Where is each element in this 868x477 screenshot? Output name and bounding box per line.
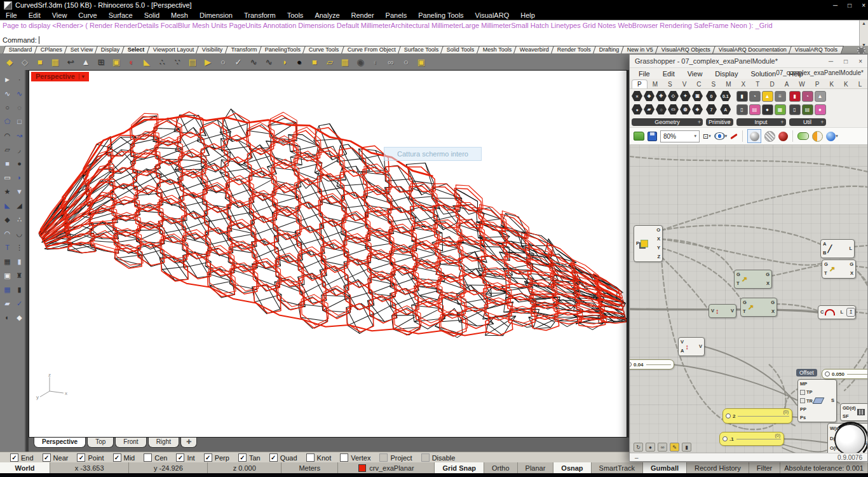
geometry-component-icon[interactable]: ▭ [668,104,679,114]
osnap-cen[interactable]: Cen [144,453,167,462]
viewport-dropdown-icon[interactable]: ▾ [79,74,85,80]
grasshopper-canvas[interactable]: ↻●∞✎▮ POXYZGT↗GXGT↗GXV↕VVA↕VAB╱LGT↗GXCL↥… [630,145,867,453]
toolbar-tab-viewport-layout[interactable]: Viewport Layout [147,46,200,53]
geometry-component-icon[interactable]: ● [632,104,642,114]
output-port-X[interactable]: X [850,271,853,276]
osnap-point-checkbox[interactable]: ✓ [77,453,85,462]
undo-icon[interactable]: ↩ [64,55,78,69]
primitive-component-icon[interactable]: A [720,104,731,114]
gh-tab-15-l[interactable]: L [853,80,867,88]
scroll-up-icon[interactable]: ▲ [862,21,866,25]
gh-menu-file[interactable]: File [632,70,656,78]
save-file-icon[interactable] [648,132,657,141]
rectangle-icon[interactable]: □ [13,114,25,128]
geometry-component-icon[interactable]: ◈ [692,104,703,114]
sphere-shade-icon[interactable]: ◐ [1,310,13,324]
output-port-Z[interactable]: Z [657,254,660,259]
osnap-knot[interactable]: Knot [306,453,332,462]
osnap-perp[interactable]: ✓Perp [204,453,229,462]
input-component-icon[interactable]: ▲ [762,91,773,102]
osnap-end-checkbox[interactable]: ✓ [10,453,18,462]
output-port-Y[interactable]: Y [657,245,660,251]
preview-eye-icon[interactable]: ▾ [714,132,728,140]
util-component-icon[interactable]: ▯ [789,104,801,115]
box-shade-icon[interactable]: ▣ [109,55,123,69]
notes-icon[interactable]: ▣ [414,55,428,69]
solver-capsule-icon[interactable] [797,132,809,140]
zoom-level-select[interactable]: 80%▾ [660,130,700,142]
boolean-union-icon[interactable]: ◆ [1,212,13,226]
gh-node-line[interactable]: AB╱L [820,239,855,258]
control-point-curve-icon[interactable]: ∿ [1,86,13,100]
point-icon[interactable]: · [13,73,25,86]
toolbar-tab-transform[interactable]: Transform [225,46,264,53]
toggle-filter[interactable]: Filter [749,462,780,473]
point-scatter-icon[interactable]: ∵ [170,55,184,69]
osnap-int[interactable]: ✓Int [176,453,194,462]
toolbar-tab-visualarq-tools[interactable]: VisualARQ Tools [789,46,844,53]
menu-item-tools[interactable]: Tools [281,11,309,19]
input-port-T[interactable]: T [824,271,827,276]
input-port-G[interactable]: G [736,272,740,277]
input-component-icon[interactable]: ▦ [775,104,786,115]
osnap-near[interactable]: ✓Near [43,453,69,462]
gh-node-move-c[interactable]: GT↗GX [822,259,856,279]
output-port-V[interactable]: V [731,308,734,314]
slider-grip[interactable] [722,436,728,441]
geometry-component-icon[interactable]: × [632,91,642,101]
input-port-G[interactable]: G [824,262,828,267]
output-port-X[interactable]: X [766,281,770,286]
minimize-icon[interactable]: ─ [833,2,837,9]
osnap-mid[interactable]: ✓Mid [113,453,135,462]
input-port-V[interactable]: V [681,340,684,345]
input-port-GD(d)[interactable]: GD(d) [843,406,856,411]
menu-item-view[interactable]: View [46,11,73,19]
osnap-perp-checkbox[interactable]: ✓ [204,453,212,462]
input-port-C[interactable]: C [820,310,824,315]
gh-node-amplitude[interactable]: VA↕V [678,337,705,356]
magnifier-icon[interactable]: ○ [399,55,413,69]
wedge-icon[interactable]: ◣ [140,55,154,69]
input-component-icon[interactable]: ● [762,104,773,115]
osnap-end[interactable]: ✓End [10,453,34,462]
sketch-pencil-icon[interactable] [730,135,738,137]
box-pair-icon[interactable]: ▤ [186,55,200,69]
plane-gold-icon[interactable]: ◆ [13,310,25,324]
osnap-tan[interactable]: ✓Tan [238,453,261,462]
sketch-widget-icon[interactable]: ✎ [670,443,679,452]
curve-handle-icon[interactable]: ↝ [13,128,25,142]
palette-group-label[interactable]: Util+ [789,118,826,126]
point-grid-icon[interactable]: ⋮ [13,240,25,254]
output-port-G[interactable]: G [771,300,775,305]
osnap-cen-checkbox[interactable] [144,453,152,462]
geometry-component-icon[interactable]: ◇ [668,91,679,101]
gh-tab-14-k[interactable]: K [839,80,853,88]
align-widget-icon[interactable]: ● [646,443,655,452]
osnap-vertex-checkbox[interactable] [340,453,348,462]
gh-tab-3-v[interactable]: V [677,80,692,88]
output-port-L[interactable]: L [840,310,843,315]
gh-tab-5-s[interactable]: S [707,80,721,88]
toolbar-tab-visualarq-documentation[interactable]: VisualARQ Documentation [712,46,793,53]
toggle-ortho[interactable]: Ortho [484,462,518,473]
gh-menu-view[interactable]: View [681,70,709,78]
osnap-quad-checkbox[interactable]: ✓ [269,453,278,462]
array-grid-icon[interactable]: ▦ [1,282,13,296]
preview-shaded-icon[interactable] [747,129,761,143]
graft-button[interactable]: ↥ [846,308,855,317]
input-port-MP[interactable]: MP [800,382,807,387]
port-toggle-icon[interactable] [800,390,805,395]
compass-widget-icon[interactable]: ↻ [634,443,643,452]
input-component-icon[interactable]: ≡ [775,91,786,102]
osnap-quad[interactable]: ✓Quad [269,453,297,462]
sketch-icon[interactable]: ✓ [231,55,245,69]
viewport-tab-perspective[interactable]: Perspective [34,438,86,448]
point-cloud-icon[interactable]: ∴ [155,55,169,69]
util-component-icon[interactable]: ▤ [802,104,813,115]
input-port-V[interactable]: V [711,308,714,314]
osnap-point[interactable]: ✓Point [77,453,104,462]
preview-wireframe-icon[interactable] [764,131,775,142]
new-viewport-tab-icon[interactable]: ✚ [180,438,197,448]
menu-item-panels[interactable]: Panels [380,11,413,19]
gumball-half-icon[interactable] [812,131,823,142]
